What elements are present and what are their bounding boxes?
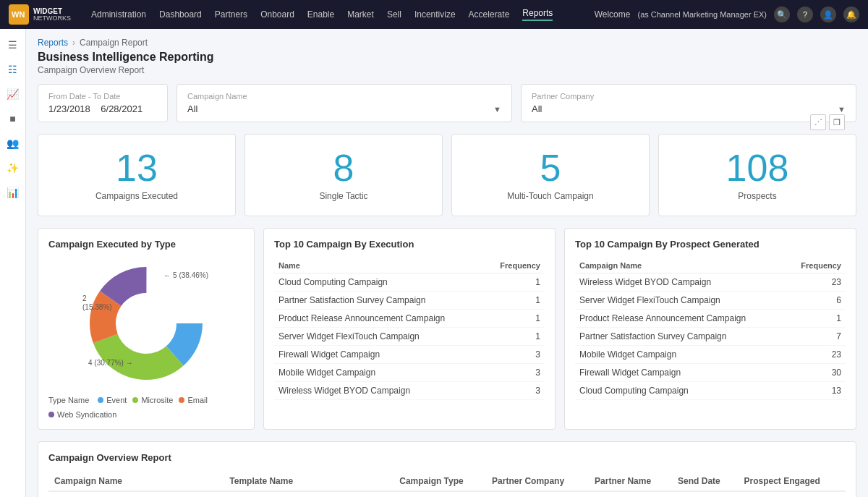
nav-onboard[interactable]: Onboard [260,9,294,20]
legend-dot-email [179,397,184,403]
exec-row-freq: 1 [485,328,545,346]
exec-row-freq: 1 [485,310,545,328]
overview-col-header: Template Name [224,472,393,491]
exec-row-name: Mobile Widget Campaign [274,364,485,382]
date-range-value[interactable]: 1/23/2018 6/28/2021 [48,103,157,114]
campaign-select[interactable]: All ▼ [187,103,501,114]
prosp-row-name: Server Widget FlexiTouch Campaign [575,292,786,310]
overview-col-header: Prospect Engaged [738,472,846,491]
col-name-exec: Name [274,258,485,273]
page-title: Business Intelligence Reporting [38,51,856,64]
sidebar-icon-box[interactable]: ■ [3,109,23,129]
nav-partners[interactable]: Partners [215,9,247,20]
table-row: Firewall Widget Campaign3 [274,346,545,364]
overview-prospect: 13 [738,491,846,497]
exec-row-name: Partner Satisfaction Survey Campaign [274,292,485,310]
minimize-button[interactable]: ⋰ [810,114,826,130]
welcome-text: Welcome [595,9,631,20]
help-button[interactable]: ? [797,7,813,22]
chevron-down-icon: ▼ [493,105,501,114]
donut-label-email2: (15.38%) [82,303,112,311]
prosp-row-freq: 30 [786,364,846,382]
nav-reports[interactable]: Reports [522,8,553,21]
sidebar-icon-dashboard[interactable]: ☷ [3,59,23,80]
nav-right: Welcome (as Channel Marketing Manager EX… [595,7,859,22]
nav-market[interactable]: Market [347,9,374,20]
table-row: Product Release Announcement Campaign1 [274,310,545,328]
stat-label-prospects: Prospects [671,191,844,201]
breadcrumb-separator: › [72,38,75,48]
logo-line2: NETWORKS [33,15,71,22]
charts-row: Campaign Executed by Type [38,228,856,430]
table-row: Cloud Computing Campaign13 [575,382,846,400]
donut-chart-container: ← 5 (38.46%) 2 (15.38%) 4 (30.77%) → Typ… [48,258,244,419]
campaign-filter[interactable]: Campaign Name All ▼ [176,84,512,122]
svg-text:WN: WN [12,10,25,19]
donut-label-event: ← 5 (38.46%) [163,271,208,279]
breadcrumb-current: Campaign Report [80,38,148,48]
stat-prospects: 108 Prospects [658,134,856,216]
breadcrumb-reports[interactable]: Reports [38,38,68,48]
donut-chart-title: Campaign Executed by Type [48,239,244,250]
top10-prospect-title: Top 10 Campaign By Prospect Generated [575,239,846,250]
legend-dot-websyndication [48,412,54,417]
nav-administration[interactable]: Administration [91,9,146,20]
nav-incentivize[interactable]: Incentivize [414,9,456,20]
prosp-row-name: Product Release Announcement Campaign [575,310,786,328]
search-button[interactable]: 🔍 [774,7,790,22]
exec-row-name: Firewall Widget Campaign [274,346,485,364]
exec-row-freq: 3 [485,364,545,382]
col-freq-prosp: Frequency [786,258,846,273]
sidebar-icon-menu[interactable]: ☰ [3,35,23,55]
sidebar-icon-users[interactable]: 👥 [3,133,23,153]
table-row: Mobile Widget Campaign3 [274,364,545,382]
table-row: Partner Satisfaction Survey Campaign7 [575,328,846,346]
stat-label-campaigns: Campaigns Executed [50,191,224,201]
top10-execution-table: Name Frequency Cloud Computing Campaign1… [274,258,545,400]
nav-dashboard[interactable]: Dashboard [159,9,202,20]
sidebar-icon-star[interactable]: ✨ [3,158,23,178]
page-controls: ⋰ ❐ [810,114,845,130]
top10-execution-card: Top 10 Campaign By Execution Name Freque… [263,228,556,430]
legend-label-email: Email [187,396,208,404]
nav-sell[interactable]: Sell [387,9,401,20]
stat-number-multi: 5 [464,149,637,187]
sidebar-icon-analytics[interactable]: 📊 [3,182,23,203]
overview-send-date [672,491,738,497]
prosp-row-name: Firewall Widget Campaign [575,364,786,382]
campaign-filter-label: Campaign Name [187,92,501,101]
exec-row-freq: 1 [485,292,545,310]
exec-row-name: Wireless Widget BYOD Campaign [274,382,485,400]
table-row: Wireless Widget BYOD Campaign23 [575,273,846,292]
user-button[interactable]: 👤 [820,7,836,22]
partner-select[interactable]: All ▼ [532,103,846,114]
table-row: Cloud Computing Campaign1 [274,273,545,292]
legend-dot-microsite [132,397,138,403]
exec-row-name: Server Widget FlexiTouch Campaign [274,328,485,346]
partner-filter[interactable]: Partner Company All ▼ [521,84,856,122]
prosp-row-name: Partner Satisfaction Survey Campaign [575,328,786,346]
breadcrumb: Reports › Campaign Report [38,38,856,48]
logo-line1: WIDGET [33,7,71,15]
date-to: 6/28/2021 [101,103,142,114]
expand-button[interactable]: ❐ [829,114,845,130]
table-row: Product Release Announcement Campaign1 [575,310,846,328]
stat-number-single: 8 [257,149,430,187]
overview-partner-name: Acme Reseller [589,491,672,497]
overview-col-header: Campaign Type [393,472,486,491]
stat-campaigns-executed: 13 Campaigns Executed [38,134,236,216]
sidebar-icon-chart[interactable]: 📈 [3,84,23,104]
donut-legend: Type Name Event Microsite Email [48,396,244,419]
nav-enable[interactable]: Enable [307,9,334,20]
notifications-button[interactable]: 🔔 [843,7,859,22]
legend-label-websyndication: Web Syndication [57,410,116,419]
top-navigation: WN WIDGET NETWORKS Administration Dashbo… [0,0,868,29]
exec-row-freq: 3 [485,346,545,364]
nav-accelerate[interactable]: Accelerate [469,9,510,20]
donut-center [119,296,174,351]
date-from: 1/23/2018 [48,103,90,114]
prosp-row-freq: 1 [786,310,846,328]
overview-title: Campaign Overview Report [48,452,846,463]
overview-col-header: Send Date [672,472,738,491]
overview-campaign: Cloud Computing Campaign [48,491,224,497]
